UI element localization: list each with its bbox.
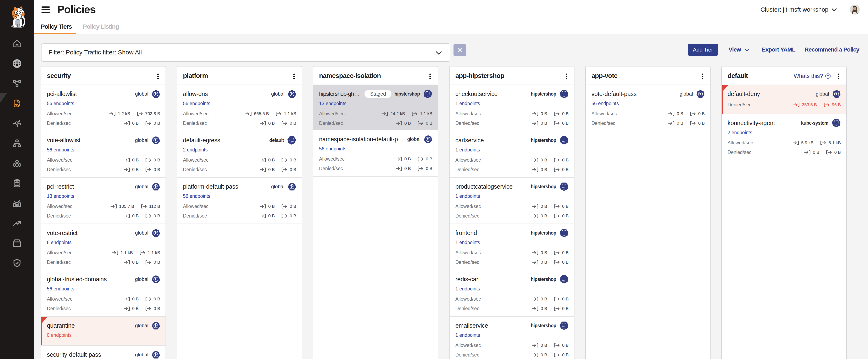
svg-text:ns: ns <box>563 142 565 143</box>
svg-text:ns: ns <box>291 142 292 143</box>
svg-text:ns: ns <box>563 96 565 97</box>
svg-text:ns: ns <box>563 281 565 282</box>
svg-text:?: ? <box>827 74 829 78</box>
svg-text:ns: ns <box>563 235 565 236</box>
svg-text:ns: ns <box>563 188 565 190</box>
svg-text:ns: ns <box>563 327 565 329</box>
svg-text:ns: ns <box>427 96 428 97</box>
svg-text:ns: ns <box>836 125 837 126</box>
